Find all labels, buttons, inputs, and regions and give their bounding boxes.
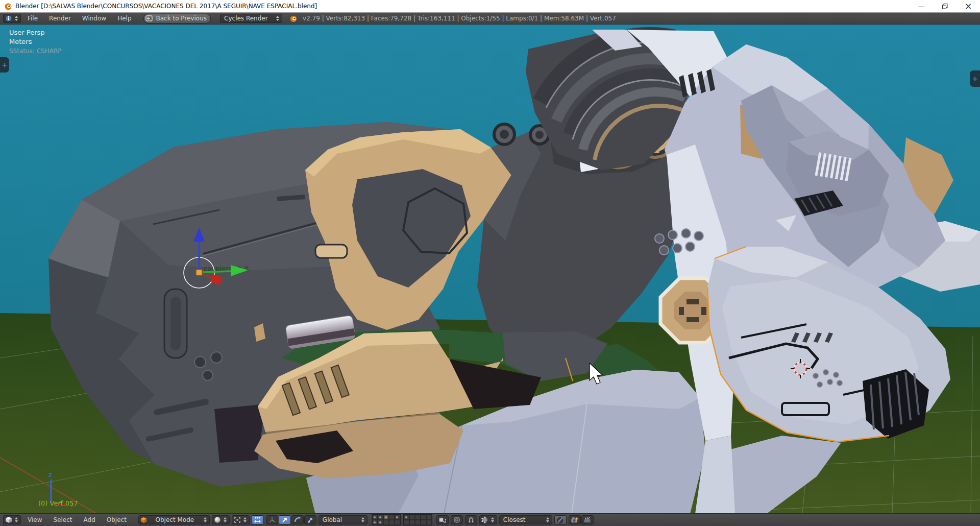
layer-cell[interactable] — [383, 520, 389, 525]
scene-lock-toggle[interactable] — [436, 515, 449, 524]
layer-cell[interactable] — [404, 515, 409, 520]
editor-type-select[interactable] — [3, 14, 21, 23]
layer-cell[interactable] — [409, 520, 415, 525]
snap-element-select[interactable] — [479, 515, 497, 524]
scale-arrow-icon — [307, 516, 314, 523]
dropdown-arrows-icon — [242, 517, 248, 522]
pivot-median-icon — [234, 516, 241, 523]
opengl-render-animation-button[interactable] — [581, 515, 594, 524]
menu-file[interactable]: File — [23, 15, 42, 22]
dropdown-arrows-icon — [14, 16, 19, 21]
viewport-scene[interactable]: couplerdish.lt — [0, 25, 980, 513]
back-arrow-icon — [145, 15, 153, 21]
menu-window[interactable]: Window — [78, 15, 111, 22]
render-engine-select[interactable]: Cycles Render — [220, 14, 282, 23]
active-object-overlay: (0) Vert.057 — [38, 499, 78, 507]
layer-cell[interactable] — [395, 520, 400, 525]
layer-cell[interactable] — [415, 515, 421, 520]
viewport-3d[interactable]: couplerdish.lt — [0, 25, 980, 513]
layer-cell[interactable] — [409, 515, 415, 520]
back-to-previous-button[interactable]: Back to Previous — [143, 14, 211, 23]
rotate-arc-icon — [294, 516, 301, 523]
scene-statistics: v2.79 | Verts:82,313 | Faces:79,728 | Tr… — [303, 15, 616, 22]
scale-manipulator-toggle[interactable] — [304, 515, 316, 524]
editor-type-select[interactable] — [3, 515, 21, 524]
layer-cell[interactable] — [426, 515, 432, 520]
viewport-header: View Select Add Object Object Mode — [0, 513, 980, 526]
layer-cell[interactable] — [426, 520, 432, 525]
dropdown-arrows-icon — [203, 517, 208, 522]
viewport-editor-icon — [5, 516, 12, 523]
menu-view[interactable]: View — [23, 516, 46, 523]
centers-icon — [254, 516, 261, 523]
window-controls: — × — [910, 0, 980, 12]
layer-cell[interactable] — [378, 520, 383, 525]
object-origin-dot — [196, 270, 202, 275]
snap-vertex-cube-icon — [481, 516, 488, 523]
info-header: File Render Window Help Back to Previous… — [0, 13, 980, 25]
pivot-point-select[interactable] — [232, 515, 250, 524]
menu-add[interactable]: Add — [79, 516, 100, 523]
menu-select[interactable]: Select — [48, 516, 77, 523]
window-titlebar[interactable]: Blender [D:\SALVAS Blender\CONCURSOS\VAC… — [0, 0, 980, 13]
restore-button[interactable] — [933, 0, 957, 12]
blender-logo-icon — [4, 2, 12, 10]
scene-lock-icon — [438, 516, 446, 523]
restore-icon — [942, 4, 948, 9]
mode-select[interactable]: Object Mode — [138, 515, 210, 524]
snap-target-select[interactable]: Closest — [499, 515, 552, 524]
opengl-render-button[interactable] — [569, 515, 581, 524]
translate-arrow-icon — [281, 516, 288, 523]
viewport-shading-select[interactable] — [212, 515, 230, 524]
layer-cell[interactable] — [372, 515, 378, 520]
layer-cell[interactable] — [389, 515, 395, 520]
layer-cell[interactable] — [395, 515, 400, 520]
proportional-circle-icon — [453, 516, 460, 523]
shading-sphere-icon — [214, 516, 221, 523]
close-button[interactable]: × — [957, 0, 980, 12]
translate-manipulator-toggle[interactable] — [279, 515, 291, 524]
layer-cell[interactable] — [383, 515, 389, 520]
menu-object[interactable]: Object — [102, 516, 131, 523]
snap-align-rotation-toggle[interactable] — [554, 515, 567, 524]
dropdown-arrows-icon — [360, 517, 365, 522]
render-camera-icon — [571, 516, 579, 523]
layer-cell[interactable] — [389, 520, 395, 525]
layer-cell[interactable] — [421, 515, 426, 520]
blender-window: Blender [D:\SALVAS Blender\CONCURSOS\VAC… — [0, 0, 980, 526]
manipulate-centers-toggle[interactable] — [252, 515, 264, 524]
menu-render[interactable]: Render — [44, 15, 76, 22]
layer-cell[interactable] — [415, 520, 421, 525]
minimize-button[interactable]: — — [910, 0, 933, 12]
snap-toggle[interactable] — [465, 515, 477, 524]
magnet-icon — [468, 516, 475, 523]
manipulator-toggle[interactable] — [266, 515, 278, 524]
align-rotation-pen-icon — [556, 516, 564, 524]
layer-cell[interactable] — [372, 520, 378, 525]
dropdown-arrows-icon — [14, 517, 19, 522]
layers-block-1[interactable] — [372, 514, 401, 525]
window-title: Blender [D:\SALVAS Blender\CONCURSOS\VAC… — [15, 3, 317, 10]
layer-cell[interactable] — [421, 520, 426, 525]
object-mode-cube-icon — [140, 517, 147, 523]
properties-expand-handle[interactable]: + — [970, 70, 980, 87]
dropdown-arrows-icon — [545, 517, 550, 522]
dropdown-arrows-icon — [490, 517, 495, 522]
layer-cell[interactable] — [378, 515, 383, 520]
menu-help[interactable]: Help — [113, 15, 136, 22]
axis-tripod-icon — [268, 516, 276, 523]
clapperboard-icon — [583, 516, 592, 523]
layer-cell[interactable] — [404, 520, 409, 525]
toolshelf-expand-handle[interactable]: + — [0, 57, 9, 73]
axis-z-label: z — [48, 471, 52, 479]
rotate-manipulator-toggle[interactable] — [291, 515, 304, 524]
blender-logo-icon — [289, 14, 298, 22]
layers-widget[interactable] — [372, 514, 432, 525]
proportional-edit-select[interactable] — [451, 515, 463, 524]
transform-orientation-select[interactable]: Global — [318, 515, 368, 524]
dropdown-arrows-icon — [223, 517, 228, 522]
dropdown-arrows-icon — [275, 16, 280, 21]
info-editor-icon — [5, 15, 12, 22]
layers-block-2[interactable] — [403, 514, 432, 525]
